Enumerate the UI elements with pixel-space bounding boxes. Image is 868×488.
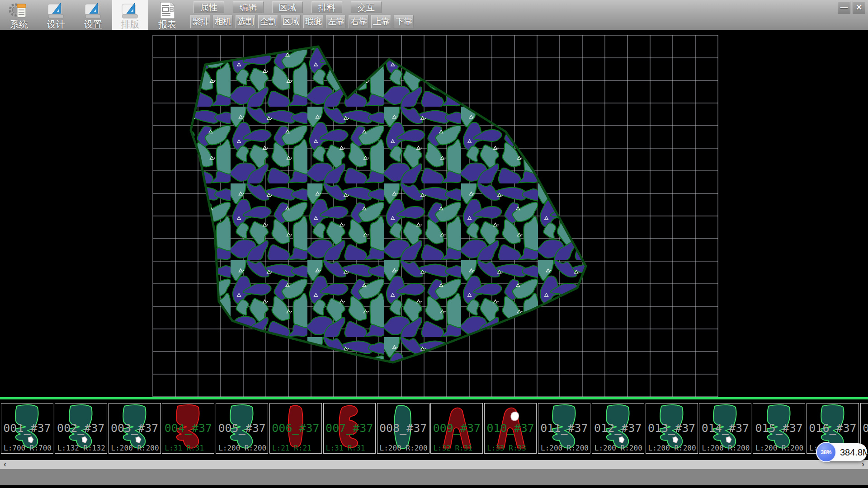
set-square-icon bbox=[120, 1, 141, 19]
titlebar: 系统 设计 设置 bbox=[0, 0, 868, 30]
scroll-left-arrow[interactable]: ‹ bbox=[0, 460, 10, 469]
tool-snap-bottom[interactable]: 下靠 bbox=[394, 15, 414, 28]
set-square-icon bbox=[46, 1, 66, 19]
piece-shape-icon bbox=[646, 404, 698, 453]
thumbnail-piece[interactable]: 013_#37L:200 R:200 bbox=[646, 403, 698, 454]
mode-system-button[interactable]: 系统 bbox=[1, 0, 37, 30]
horizontal-scrollbar[interactable]: ‹ › bbox=[0, 460, 868, 469]
thumbnail-piece[interactable]: 009_#37L:32 R:31 bbox=[430, 403, 483, 454]
thumbnail-piece[interactable]: 002_#37L:132 R:132 bbox=[55, 403, 107, 454]
tool-snap-top[interactable]: 上靠 bbox=[371, 15, 391, 28]
mode-report-button[interactable]: 报表 bbox=[149, 0, 185, 30]
thumbnail-piece[interactable]: 001_#37L:700 R:700 bbox=[1, 403, 53, 454]
thumbnail-piece[interactable]: 005_#37L:200 R:200 bbox=[216, 403, 268, 454]
tool-region[interactable]: 区域 bbox=[281, 15, 301, 28]
mode-settings-button[interactable]: 设置 bbox=[75, 0, 111, 30]
thumbnail-piece[interactable]: 003_#37L:200 R:200 bbox=[108, 403, 161, 454]
piece-shape-icon bbox=[109, 404, 160, 453]
mode-label: 系统 bbox=[10, 19, 28, 29]
tool-select-cut[interactable]: 选割 bbox=[236, 15, 255, 28]
mode-label: 设置 bbox=[84, 19, 102, 29]
piece-shape-icon bbox=[485, 404, 536, 453]
piece-shape-icon bbox=[270, 404, 321, 453]
tool-camera[interactable]: 相机 bbox=[213, 15, 233, 28]
strip-separator bbox=[0, 397, 868, 399]
memory-percent: 38% bbox=[821, 449, 831, 455]
piece-shape-icon bbox=[699, 404, 751, 453]
menu-properties[interactable]: 属性 bbox=[193, 1, 224, 13]
thumbnail-piece[interactable]: 007_#37L:31 R:31 bbox=[323, 403, 376, 454]
menu-edit[interactable]: 编辑 bbox=[233, 1, 264, 13]
memory-amount: 384.8M bbox=[840, 447, 868, 458]
piece-shape-icon bbox=[431, 404, 482, 453]
mode-design-button[interactable]: 设计 bbox=[38, 0, 74, 30]
piece-shape-icon bbox=[538, 404, 590, 453]
piece-shape-icon bbox=[324, 404, 375, 453]
memory-badge[interactable]: 38% 384.8M bbox=[818, 443, 867, 461]
tool-cut-all[interactable]: 全割 bbox=[258, 15, 278, 28]
thumbnail-piece[interactable]: 011_#37L:200 R:200 bbox=[538, 403, 590, 454]
nesting-canvas[interactable] bbox=[0, 30, 868, 397]
gear-notebook-icon bbox=[9, 1, 29, 19]
tool-bar: 聚排 相机 选割 全割 区域 瑕疵 左靠 右靠 上靠 下靠 bbox=[190, 15, 414, 28]
piece-shape-icon bbox=[753, 404, 805, 453]
menu-nesting[interactable]: 排料 bbox=[311, 1, 342, 13]
window-controls: — ✕ bbox=[838, 1, 865, 14]
thumbnail-piece[interactable]: 015_#37L:200 R:200 bbox=[753, 403, 805, 454]
piece-shape-icon bbox=[162, 404, 214, 453]
tool-defect[interactable]: 瑕疵 bbox=[303, 15, 323, 28]
tool-snap-right[interactable]: 右靠 bbox=[349, 15, 368, 28]
close-button[interactable]: ✕ bbox=[853, 1, 865, 14]
tool-cluster-nest[interactable]: 聚排 bbox=[190, 15, 210, 28]
piece-shape-icon bbox=[592, 404, 644, 453]
piece-shape-icon bbox=[377, 404, 429, 453]
thumbnail-piece[interactable]: 004_#37L:31 R:31 bbox=[162, 403, 214, 454]
mode-label: 报表 bbox=[158, 19, 176, 29]
minimize-button[interactable]: — bbox=[838, 1, 850, 14]
set-square-icon bbox=[83, 1, 104, 19]
mode-label: 设计 bbox=[47, 19, 65, 29]
mode-nesting-button[interactable]: 排版 bbox=[112, 0, 148, 30]
piece-shape-icon bbox=[216, 404, 268, 453]
thumbnail-piece[interactable]: 006_#37L:21 R:21 bbox=[269, 403, 322, 454]
menu-bar: 属性 编辑 区域 排料 交互 bbox=[193, 1, 382, 13]
report-document-icon bbox=[157, 1, 178, 19]
piece-shape-icon bbox=[55, 404, 107, 453]
mode-toolbar: 系统 设计 设置 bbox=[1, 0, 185, 30]
thumbnail-piece[interactable]: 012_#37L:200 R:200 bbox=[592, 403, 644, 454]
menu-region[interactable]: 区域 bbox=[272, 1, 303, 13]
status-bar bbox=[0, 469, 868, 485]
scroll-right-arrow[interactable]: › bbox=[858, 460, 868, 469]
menu-interaction[interactable]: 交互 bbox=[351, 1, 382, 13]
piece-shape-icon bbox=[1, 404, 53, 453]
tool-snap-left[interactable]: 左靠 bbox=[326, 15, 346, 28]
thumbnail-piece[interactable]: 010_#37L:33 R:33 bbox=[484, 403, 537, 454]
piece-thumbnail-strip: 001_#37L:700 R:700002_#37L:132 R:132003_… bbox=[0, 399, 868, 460]
leather-hide[interactable] bbox=[191, 47, 586, 362]
thumbnail-piece[interactable]: 014_#37L:200 R:200 bbox=[699, 403, 751, 454]
memory-percent-ball[interactable]: 38% bbox=[816, 442, 836, 462]
thumbnail-piece[interactable]: 008_#37L:200 R:200 bbox=[377, 403, 429, 454]
mode-label: 排版 bbox=[121, 19, 139, 29]
